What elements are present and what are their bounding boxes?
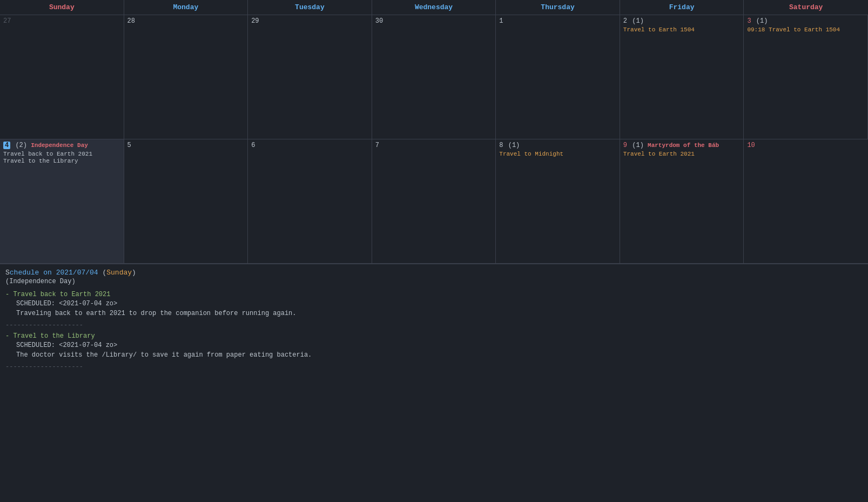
- date-28: 28: [127, 17, 135, 25]
- cell-28[interactable]: 28: [124, 15, 248, 139]
- event-3-1: 09:18 Travel to Earth 1504: [747, 26, 864, 33]
- date-27: 27: [3, 17, 11, 25]
- schedule-day-close: ): [132, 269, 136, 277]
- cell-30[interactable]: 30: [372, 15, 496, 139]
- schedule-entry-2: - Travel to the Library SCHEDULED: <2021…: [5, 332, 863, 359]
- schedule-entry-1: - Travel back to Earth 2021 SCHEDULED: <…: [5, 291, 863, 317]
- event-2-1: Travel to Earth 1504: [623, 26, 741, 33]
- cell-1[interactable]: 1: [496, 15, 620, 139]
- cell-9[interactable]: 9 (1) Martyrdom of the Báb Travel to Ear…: [620, 139, 744, 264]
- event-count-3: (1): [756, 17, 768, 25]
- header-wednesday: Wednesday: [372, 0, 496, 15]
- event-9-1: Travel to Earth 2021: [623, 151, 741, 157]
- cell-4[interactable]: 4 (2) Independence Day Travel back to Ea…: [0, 139, 124, 264]
- schedule-subtitle: (Independence Day): [5, 278, 863, 285]
- event-4-1: Travel back to Earth 2021: [3, 151, 120, 157]
- holiday-4: Independence Day: [31, 142, 88, 149]
- schedule-divider-1: --------------------: [5, 322, 863, 329]
- header-monday: Monday: [124, 0, 248, 15]
- header-tuesday: Tuesday: [248, 0, 372, 15]
- cell-10[interactable]: 10: [744, 139, 868, 264]
- cell-5[interactable]: 5: [124, 139, 248, 264]
- entry-2-bullet: - Travel to the Library: [5, 332, 863, 340]
- date-1: 1: [499, 17, 503, 25]
- date-4: 4: [3, 142, 10, 149]
- schedule-cursor: S: [5, 269, 10, 277]
- schedule-day: (: [98, 269, 107, 277]
- date-6: 6: [251, 142, 255, 149]
- schedule-dayname: Sunday: [106, 269, 132, 277]
- schedule-title-text: chedule on: [10, 269, 56, 277]
- event-4-2: Travel to the Library: [3, 158, 120, 164]
- cell-8[interactable]: 8 (1) Travel to Midnight: [496, 139, 620, 264]
- event-count-8: (1): [508, 142, 520, 149]
- event-count-9: (1): [632, 142, 648, 149]
- date-7: 7: [375, 142, 379, 149]
- date-3: 3: [747, 17, 751, 25]
- entry-1-bullet: - Travel back to Earth 2021: [5, 291, 863, 298]
- entry-1-scheduled: SCHEDULED: <2021-07-04 zo>: [16, 300, 863, 307]
- date-8: 8: [499, 142, 503, 149]
- event-8-1: Travel to Midnight: [499, 151, 616, 157]
- date-9: 9: [623, 142, 627, 149]
- date-5: 5: [127, 142, 131, 149]
- event-count-4: (2): [15, 142, 31, 149]
- header-friday: Friday: [620, 0, 744, 15]
- cell-3[interactable]: 3 (1) 09:18 Travel to Earth 1504: [744, 15, 868, 139]
- header-sunday: Sunday: [0, 0, 124, 15]
- schedule-panel: Schedule on 2021/07/04 (Sunday) (Indepen…: [0, 264, 868, 453]
- schedule-date: 2021/07/04: [56, 269, 98, 277]
- schedule-title: Schedule on 2021/07/04 (Sunday): [5, 269, 863, 277]
- date-30: 30: [375, 17, 383, 25]
- cell-2[interactable]: 2 (1) Travel to Earth 1504: [620, 15, 744, 139]
- header-saturday: Saturday: [744, 0, 868, 15]
- cell-6[interactable]: 6: [248, 139, 372, 264]
- header-thursday: Thursday: [496, 0, 620, 15]
- cell-27[interactable]: 27: [0, 15, 124, 139]
- cell-7[interactable]: 7: [372, 139, 496, 264]
- entry-2-scheduled: SCHEDULED: <2021-07-04 zo>: [16, 342, 863, 349]
- event-count-2: (1): [632, 17, 644, 25]
- entry-2-description: The doctor visits the /Library/ to save …: [16, 351, 863, 359]
- holiday-9: Martyrdom of the Báb: [648, 142, 719, 149]
- calendar-header: Sunday Monday Tuesday Wednesday Thursday…: [0, 0, 868, 15]
- cell-29[interactable]: 29: [248, 15, 372, 139]
- date-10: 10: [747, 142, 755, 149]
- schedule-divider-2: --------------------: [5, 363, 863, 371]
- entry-1-description: Traveling back to earth 2021 to drop the…: [16, 310, 863, 317]
- date-2: 2: [623, 17, 627, 25]
- calendar-grid: 27 28 29 30 1 2 (1) Travel to Earth 1504…: [0, 15, 868, 264]
- date-29: 29: [251, 17, 259, 25]
